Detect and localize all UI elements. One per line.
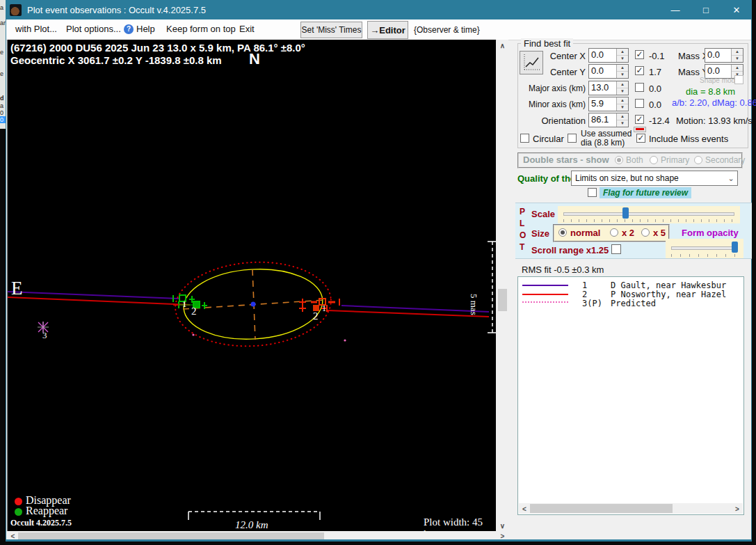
- observer-list[interactable]: 1 D Gault, near Hawkesbur 2 P Nosworthy,…: [517, 276, 744, 515]
- orientation-input[interactable]: 86.1 ▲▼: [588, 113, 629, 127]
- disappear-legend-dot: [15, 498, 22, 505]
- orientation-color-button[interactable]: [634, 127, 646, 132]
- orientation-spinner[interactable]: ▲▼: [616, 113, 628, 127]
- plot-vertical-label: P L O T: [520, 206, 526, 253]
- plot-vscroll-thumb[interactable]: [498, 289, 507, 311]
- use-assumed-dia-checkbox[interactable]: [568, 134, 577, 143]
- bg-strip-text: a: [0, 4, 6, 11]
- quality-of-fit-dropdown[interactable]: Limits on size, but no shape ⌄: [571, 171, 738, 186]
- observer-name: P Nosworthy, near Hazel: [611, 290, 726, 299]
- menu-keep-on-top[interactable]: Keep form on top: [166, 24, 236, 34]
- scale-slider-ticks: [563, 219, 734, 222]
- mas-scale-label: 5 mas: [468, 294, 479, 315]
- center-x-adjust-checkbox[interactable]: [635, 50, 644, 59]
- minor-axis-label: Minor axis (km): [517, 100, 586, 109]
- observer-name: Predicted: [611, 299, 656, 308]
- center-x-spinner[interactable]: ▲▼: [616, 49, 628, 62]
- disappear-markers: [299, 299, 339, 312]
- spinner-up-icon: ▲: [732, 65, 743, 72]
- minor-axis-adjust-checkbox[interactable]: [635, 99, 644, 108]
- include-miss-label: Include Miss events: [649, 134, 728, 144]
- scale-slider[interactable]: [558, 206, 740, 223]
- form-opacity-slider[interactable]: [666, 239, 743, 258]
- center-y-spinner[interactable]: ▲▼: [616, 65, 628, 78]
- menu-plot-options[interactable]: Plot options...: [66, 24, 121, 34]
- size-x5-label: x 5: [653, 228, 666, 238]
- chord2-right-label: 2: [313, 310, 319, 322]
- bg-strip-text: e: [0, 49, 6, 56]
- menu-help[interactable]: Help: [136, 24, 155, 34]
- plot-area[interactable]: (67216) 2000 DU56 2025 Jun 23 13.0 x 5.9…: [7, 40, 496, 531]
- center-y-input[interactable]: 0.0 ▲▼: [588, 64, 629, 79]
- scroll-up-icon[interactable]: ∧: [497, 41, 508, 50]
- form-opacity-thumb[interactable]: [732, 242, 738, 253]
- double-stars-secondary-radio: [694, 156, 702, 164]
- scroll-range-checkbox[interactable]: [611, 244, 621, 254]
- size-x2-label: x 2: [622, 228, 634, 238]
- bg-strip-text: ar: [0, 19, 6, 26]
- form-opacity-ticks: [671, 254, 738, 257]
- observer-list-scroll-thumb[interactable]: [530, 504, 673, 513]
- double-stars-title: Double stars - show: [523, 155, 609, 165]
- minor-axis-input[interactable]: 5.9 ▲▼: [588, 97, 629, 111]
- close-button[interactable]: ✕: [721, 0, 752, 19]
- circular-checkbox[interactable]: [520, 134, 529, 143]
- size-x5-radio[interactable]: [641, 228, 650, 237]
- chord-2-line: [8, 297, 489, 317]
- spinner-down-icon: ▼: [617, 120, 628, 127]
- scroll-right-icon[interactable]: >: [733, 505, 741, 514]
- scroll-left-icon[interactable]: <: [520, 505, 529, 514]
- observer-list-scrollbar[interactable]: < >: [519, 503, 743, 514]
- center-y-adjust-checkbox[interactable]: [635, 66, 644, 75]
- spinner-down-icon: ▼: [617, 104, 628, 111]
- spinner-up-icon: ▲: [732, 49, 743, 56]
- menu-with-plot[interactable]: with Plot...: [15, 24, 57, 34]
- flag-review-checkbox[interactable]: [588, 188, 597, 197]
- minimize-button[interactable]: —: [660, 0, 691, 19]
- double-stars-secondary-label: Secondary: [705, 155, 745, 165]
- observer-number: 2: [582, 290, 587, 299]
- reappear-legend-dot: [15, 508, 22, 516]
- mass-x-spinner[interactable]: ▲▼: [731, 49, 743, 62]
- maximize-button[interactable]: □: [691, 0, 721, 19]
- orientation-adjust-checkbox[interactable]: [635, 115, 644, 124]
- window-bottom-border: [6, 539, 752, 542]
- spinner-down-icon: ▼: [617, 88, 628, 95]
- flag-review-label: Flag for future review: [600, 187, 691, 198]
- form-opacity-label: Form opacity: [682, 228, 739, 238]
- occultation-plot-canvas: [8, 40, 497, 531]
- major-axis-spinner[interactable]: ▲▼: [616, 81, 628, 95]
- size-label: Size: [531, 228, 549, 239]
- include-miss-checkbox[interactable]: [636, 134, 645, 143]
- chord1-left-label: 1: [182, 299, 187, 310]
- scale-slider-thumb[interactable]: [622, 207, 629, 219]
- scroll-range-label: Scroll range x1.25: [531, 245, 609, 255]
- scroll-down-icon[interactable]: ∨: [497, 521, 508, 530]
- form-opacity-track: [671, 246, 738, 250]
- minor-axis-delta: 0.0: [649, 100, 661, 110]
- plot-vertical-scrollbar[interactable]: ∧ ∨: [497, 40, 508, 532]
- mass-x-label: Mass X: [678, 51, 708, 61]
- observer-number: 3(P): [582, 299, 602, 308]
- rms-fit-label: RMS fit -0.5 ±0.3 km: [522, 264, 604, 275]
- observer-name: D Gault, near Hawkesbur: [611, 281, 726, 290]
- double-stars-primary-label: Primary: [661, 155, 689, 165]
- editor-button[interactable]: →Editor: [367, 21, 408, 39]
- title-bar[interactable]: Plot event observations : Occult v.4.202…: [6, 0, 752, 19]
- major-axis-label: Major axis (km): [517, 84, 586, 93]
- major-axis-input[interactable]: 13.0 ▲▼: [588, 81, 629, 95]
- size-x2-radio[interactable]: [610, 228, 618, 237]
- spinner-up-icon: ▲: [617, 65, 628, 72]
- menu-exit[interactable]: Exit: [239, 24, 255, 34]
- minor-axis-spinner[interactable]: ▲▼: [616, 97, 628, 111]
- set-miss-times-button[interactable]: Set 'Miss' Times: [300, 22, 362, 38]
- chord1-right-label: 1: [322, 303, 326, 314]
- chord2-legend-line: [522, 294, 568, 295]
- find-best-fit-title: Find best fit: [521, 38, 573, 49]
- motion-label: Motion: 13.93 km/s: [676, 116, 753, 126]
- center-x-input[interactable]: 0.0 ▲▼: [588, 48, 629, 63]
- mass-x-input[interactable]: 0.0 ▲▼: [705, 48, 743, 63]
- size-normal-radio[interactable]: [558, 228, 567, 237]
- major-axis-adjust-checkbox[interactable]: [635, 83, 644, 92]
- scale-bar-label: 12.0 km: [235, 519, 268, 531]
